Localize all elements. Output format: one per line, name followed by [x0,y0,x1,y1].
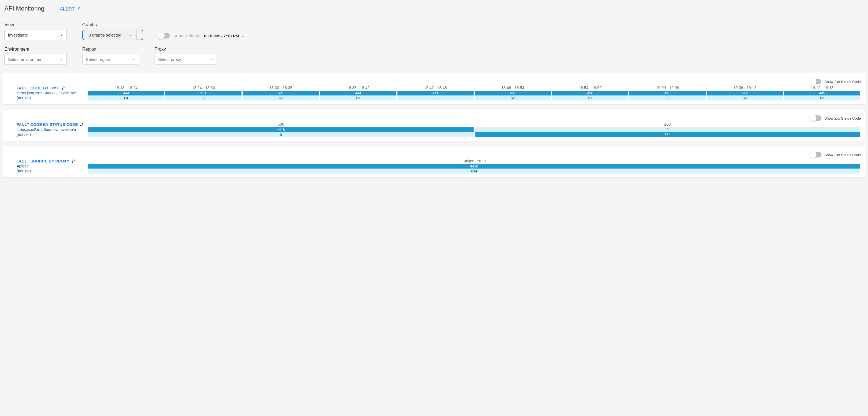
heatmap-cell[interactable]: 63 [629,96,706,100]
row-label: steps.json2xml.SourceUnavailable [7,127,88,132]
show-2xx-toggle[interactable] [810,116,822,121]
row-label: (not set) [7,168,88,173]
heatmap-cell[interactable]: 634 [475,132,860,137]
graphs-label: Graphs [82,23,143,27]
column-header: 18:36 - 18:42 [320,86,397,91]
heatmap-cell[interactable]: 65 [398,96,474,100]
region-label: Region [82,47,139,52]
heatmap-cell[interactable]: 63 [552,96,628,100]
column-header: 19:06 - 19:12 [706,86,783,91]
time-range-picker[interactable]: 6:18 PM - 7:18 PM [204,33,244,38]
heatmap-cell[interactable]: 63 [784,96,860,100]
chart-card: Show 2xx Status CodeFAULT SOURCE BY PROX… [3,147,865,178]
region-select[interactable]: Select region [82,54,139,64]
heatmap-cell[interactable]: 4418 [88,164,860,168]
swap-axes-icon[interactable] [71,159,75,163]
external-link-icon [76,7,80,12]
show-2xx-toggle[interactable] [810,79,822,85]
chevron-down-icon [241,34,244,37]
column-header: 18:30 - 18:36 [242,86,319,91]
row-label: (not set) [7,95,88,100]
chevron-down-icon [132,58,135,61]
show-2xx-label: Show 2xx Status Code [824,116,861,120]
graphs-select-value: 3 graphs selected [89,33,121,37]
chart-title: FAULT CODE BY STATUS CODE [17,122,78,127]
column-header: 19:12 - 19:18 [783,86,861,91]
heatmap-cell[interactable]: 444 [320,91,396,95]
chart-title: FAULT CODE BY TIME [17,86,59,90]
column-header: 18:18 - 18:24 [88,86,165,91]
region-select-placeholder: Select region [86,57,110,62]
heatmap-cell[interactable]: 443 [629,91,706,95]
column-header: 18:54 - 19:00 [552,86,629,91]
column-header: 18:24 - 18:30 [165,86,242,91]
heatmap-cell[interactable]: 461 [165,91,242,95]
chart-card: Show 2xx Status CodeFAULT CODE BY TIME18… [3,73,865,104]
environment-select[interactable]: Select environment [4,54,67,64]
show-2xx-label: Show 2xx Status Code [824,153,861,157]
auto-refresh-toggle[interactable] [159,33,170,38]
view-label: View [4,23,67,27]
column-header: 500 [88,122,474,127]
show-2xx-label: Show 2xx Status Code [824,80,861,84]
show-2xx-toggle[interactable] [810,152,822,158]
proxy-label: Proxy [155,47,217,52]
chevron-down-icon [128,33,132,36]
heatmap-cell[interactable]: 62 [475,96,551,100]
row-label: (not set) [7,132,88,137]
heatmap-cell[interactable]: 0 [88,132,474,137]
alert-link-label: ALERT [60,7,75,12]
column-header: 19:00 - 19:06 [629,86,706,91]
time-range-label: 6:18 PM - 7:18 PM [204,33,239,38]
heatmap-cell[interactable]: 441 [398,91,474,95]
heatmap-cell[interactable]: 62 [165,96,242,100]
heatmap-cell[interactable]: 63 [320,96,396,100]
swap-axes-icon[interactable] [61,86,65,90]
chevron-down-icon [60,58,63,61]
heatmap-cell[interactable]: 444 [88,91,164,95]
heatmap-cell[interactable]: 436 [552,91,628,95]
page-title: API Monitoring [4,5,44,12]
heatmap-cell[interactable]: 0 [475,127,860,132]
column-header: 18:48 - 18:54 [474,86,552,91]
environment-select-placeholder: Select environment [8,57,43,62]
column-header: apigee-errors [88,159,861,164]
heatmap-cell[interactable]: 64 [88,96,164,100]
column-header: 200 [474,122,861,127]
heatmap-cell[interactable]: 4418 [88,127,474,132]
proxy-select[interactable]: Select proxy [155,54,217,64]
auto-refresh-label: Auto Refresh [175,33,199,38]
heatmap-cell[interactable]: 441 [475,91,551,95]
chevron-down-icon [210,58,213,61]
heatmap-cell[interactable]: 445 [784,91,860,95]
row-label: steps.json2xml.SourceUnavailable [7,91,88,95]
chart-title: FAULT SOURCE BY PROXY [17,159,69,163]
heatmap-cell[interactable]: 442 [707,91,783,95]
row-label: Apigee [7,164,88,168]
heatmap-cell[interactable]: 634 [88,169,860,173]
view-select[interactable]: investigate [4,30,67,40]
swap-axes-icon[interactable] [80,122,84,127]
view-select-value: investigate [8,33,28,37]
heatmap-cell[interactable]: 421 [243,91,319,95]
graphs-select[interactable]: 3 graphs selected [82,30,143,40]
chart-card: Show 2xx Status CodeFAULT CODE BY STATUS… [3,110,865,141]
environment-label: Environment [4,47,67,52]
heatmap-cell[interactable]: 64 [707,96,783,100]
proxy-select-placeholder: Select proxy [158,57,181,62]
column-header: 18:42 - 18:48 [397,86,474,91]
heatmap-cell[interactable]: 65 [243,96,319,100]
alert-link[interactable]: ALERT [60,7,80,13]
chevron-down-icon [60,33,63,36]
